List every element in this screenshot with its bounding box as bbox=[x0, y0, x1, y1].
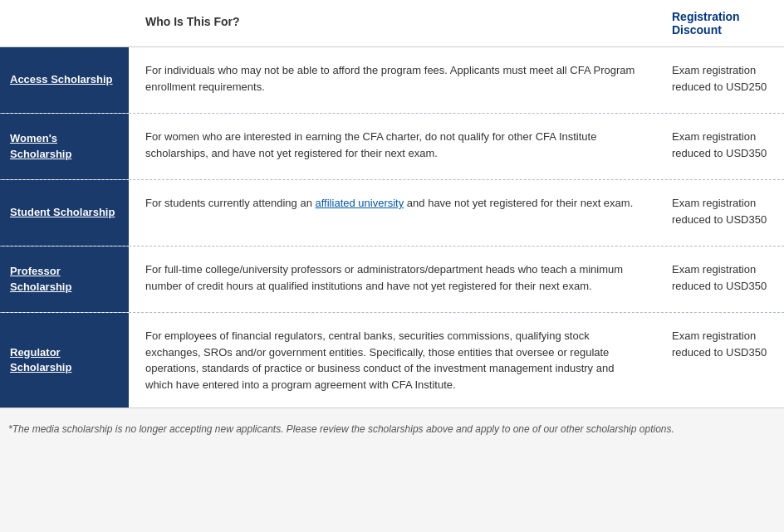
sidebar-professor: Professor Scholarship bbox=[0, 246, 129, 312]
professor-scholarship-link[interactable]: Professor Scholarship bbox=[10, 264, 119, 294]
table-row: Professor Scholarship For full-time coll… bbox=[0, 246, 784, 313]
header-discount-label: RegistrationDiscount bbox=[659, 0, 784, 46]
table-row: Access Scholarship For individuals who m… bbox=[0, 47, 784, 114]
sidebar-student: Student Scholarship bbox=[0, 180, 129, 246]
sidebar-regulator: Regulator Scholarship bbox=[0, 313, 129, 408]
sidebar-womens: Women's Scholarship bbox=[0, 114, 129, 179]
professor-discount: Exam registration reduced to USD350 bbox=[659, 246, 784, 312]
table-container: Who Is This For? RegistrationDiscount Ac… bbox=[0, 0, 784, 408]
womens-scholarship-link[interactable]: Women's Scholarship bbox=[10, 131, 119, 161]
access-discount: Exam registration reduced to USD250 bbox=[659, 47, 784, 113]
womens-discount: Exam registration reduced to USD350 bbox=[659, 114, 784, 179]
student-desc-after: and have not yet registered for their ne… bbox=[404, 197, 633, 209]
table-row: Student Scholarship For students current… bbox=[0, 180, 784, 246]
page-wrapper: Who Is This For? RegistrationDiscount Ac… bbox=[0, 0, 784, 532]
sidebar-access: Access Scholarship bbox=[0, 47, 129, 113]
header-sidebar bbox=[0, 0, 129, 46]
student-discount: Exam registration reduced to USD350 bbox=[659, 180, 784, 246]
table-row: Regulator Scholarship For employees of f… bbox=[0, 313, 784, 408]
professor-description: For full-time college/university profess… bbox=[129, 246, 659, 312]
affiliated-university-link[interactable]: affiliated university bbox=[316, 197, 404, 209]
access-description: For individuals who may not be able to a… bbox=[129, 47, 659, 113]
footer-note-text: *The media scholarship is no longer acce… bbox=[8, 423, 674, 435]
student-description: For students currently attending an affi… bbox=[129, 180, 659, 246]
header-row: Who Is This For? RegistrationDiscount bbox=[0, 0, 784, 47]
header-who-label: Who Is This For? bbox=[129, 0, 659, 46]
student-desc-before: For students currently attending an bbox=[145, 197, 316, 209]
student-scholarship-link[interactable]: Student Scholarship bbox=[10, 205, 115, 220]
womens-description: For women who are interested in earning … bbox=[129, 114, 659, 179]
regulator-description: For employees of financial regulators, c… bbox=[129, 313, 659, 408]
table-row: Women's Scholarship For women who are in… bbox=[0, 114, 784, 180]
regulator-scholarship-link[interactable]: Regulator Scholarship bbox=[10, 345, 119, 375]
footer-note: *The media scholarship is no longer acce… bbox=[0, 408, 784, 443]
access-scholarship-link[interactable]: Access Scholarship bbox=[10, 72, 113, 87]
regulator-discount: Exam registration reduced to USD350 bbox=[659, 313, 784, 408]
